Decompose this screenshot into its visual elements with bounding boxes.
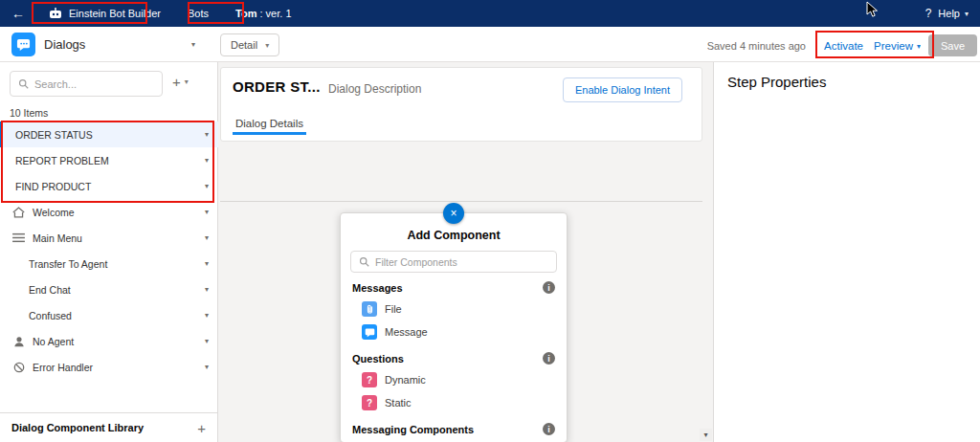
help-label[interactable]: Help bbox=[938, 8, 960, 19]
add-dialog-button[interactable]: + ▾ bbox=[172, 75, 189, 89]
enable-dialog-intent-button[interactable]: Enable Dialog Intent bbox=[563, 77, 682, 102]
sidebar-item-find-product[interactable]: FIND PRODUCT ▾ bbox=[0, 173, 218, 199]
component-section-messages: Messages i bbox=[341, 273, 567, 298]
nav-bot-name[interactable]: Tom : ver. 1 bbox=[235, 8, 291, 19]
bot-icon bbox=[48, 7, 63, 20]
search-input[interactable] bbox=[34, 78, 142, 90]
component-item-static[interactable]: ? Static bbox=[341, 391, 567, 414]
info-icon[interactable]: i bbox=[543, 423, 555, 435]
chevron-down-icon: ▾ bbox=[185, 77, 189, 86]
sidebar-item-no-agent[interactable]: No Agent ▾ bbox=[0, 328, 218, 354]
chevron-down-icon[interactable]: ▾ bbox=[965, 10, 969, 18]
ban-icon bbox=[11, 362, 26, 373]
search-icon bbox=[359, 254, 369, 271]
sidebar-item-label: No Agent bbox=[33, 336, 74, 347]
chevron-down-icon[interactable]: ▾ bbox=[205, 156, 209, 165]
component-item-dynamic[interactable]: ? Dynamic bbox=[341, 368, 567, 391]
dialog-canvas: ORDER ST... Dialog Description Enable Di… bbox=[218, 62, 713, 442]
home-icon bbox=[11, 207, 26, 218]
question-icon: ? bbox=[362, 372, 377, 387]
detail-view-select[interactable]: Detail ▾ bbox=[220, 33, 279, 56]
sidebar-item-label: Confused bbox=[29, 310, 72, 321]
activate-button[interactable]: Activate bbox=[824, 40, 863, 52]
filter-components-input[interactable] bbox=[375, 256, 548, 268]
top-nav: ← Einstein Bot Builder Bots Tom : ver. 1… bbox=[0, 0, 980, 27]
help-icon[interactable]: ? bbox=[925, 7, 932, 20]
chevron-down-icon[interactable]: ▾ bbox=[205, 285, 209, 294]
tab-dialog-details[interactable]: Dialog Details bbox=[233, 114, 306, 135]
component-item-label: Dynamic bbox=[385, 374, 426, 386]
toolbar: Dialogs ▾ Detail ▾ Saved 4 minutes ago A… bbox=[0, 27, 980, 62]
entity-selector-label[interactable]: Dialogs bbox=[44, 37, 85, 52]
dialogs-chat-icon bbox=[11, 33, 35, 56]
dialog-header-card: ORDER ST... Dialog Description Enable Di… bbox=[220, 67, 702, 142]
app-title[interactable]: Einstein Bot Builder bbox=[69, 8, 161, 19]
sidebar-item-end-chat[interactable]: End Chat ▾ bbox=[0, 276, 218, 302]
section-label: Messaging Components bbox=[352, 424, 474, 435]
chevron-down-icon[interactable]: ▾ bbox=[205, 130, 209, 139]
sidebar-item-confused[interactable]: Confused ▾ bbox=[0, 302, 218, 328]
items-count: 10 Items bbox=[10, 107, 48, 119]
bot-name: Tom bbox=[235, 8, 256, 19]
component-item-file[interactable]: File bbox=[341, 298, 567, 320]
sidebar-item-welcome[interactable]: Welcome ▾ bbox=[0, 199, 218, 225]
add-component-library-button[interactable]: + bbox=[197, 420, 206, 436]
sidebar-item-label: Transfer To Agent bbox=[29, 258, 107, 270]
component-item-message[interactable]: Message bbox=[341, 320, 567, 343]
saved-status: Saved 4 minutes ago bbox=[707, 40, 806, 52]
component-section-questions: Questions i bbox=[341, 343, 567, 368]
detail-label: Detail bbox=[231, 39, 257, 51]
chevron-down-icon: ▾ bbox=[917, 42, 921, 51]
plus-icon: + bbox=[172, 75, 181, 89]
sidebar-item-report-problem[interactable]: REPORT PROBLEM ▾ bbox=[0, 147, 218, 173]
bot-version: : ver. 1 bbox=[256, 8, 291, 19]
chevron-down-icon[interactable]: ▾ bbox=[205, 208, 209, 216]
question-icon: ? bbox=[362, 395, 377, 410]
chevron-down-icon[interactable]: ▾ bbox=[205, 311, 209, 320]
sidebar-item-transfer-to-agent[interactable]: Transfer To Agent ▾ bbox=[0, 251, 218, 276]
chevron-down-icon[interactable]: ▾ bbox=[205, 182, 209, 190]
person-icon bbox=[11, 336, 26, 347]
chevron-down-icon[interactable]: ▾ bbox=[205, 233, 209, 242]
chevron-down-icon[interactable]: ▾ bbox=[205, 259, 209, 268]
preview-button[interactable]: Preview ▾ bbox=[874, 40, 921, 52]
sidebar-item-order-status[interactable]: ORDER STATUS ▾ bbox=[0, 122, 218, 147]
step-properties-panel: Step Properties bbox=[713, 62, 980, 442]
sidebar-item-label: Main Menu bbox=[33, 232, 82, 244]
dialog-description[interactable]: Dialog Description bbox=[328, 82, 421, 96]
chevron-down-icon[interactable]: ▾ bbox=[205, 363, 209, 371]
component-library-label: Dialog Component Library bbox=[11, 422, 144, 433]
sidebar-item-error-handler[interactable]: Error Handler ▾ bbox=[0, 354, 218, 380]
dialog-component-library: Dialog Component Library + bbox=[0, 412, 217, 442]
search-box bbox=[10, 71, 163, 97]
add-component-title: Add Component bbox=[341, 229, 567, 242]
chevron-down-icon[interactable]: ▾ bbox=[191, 40, 195, 49]
back-arrow-icon[interactable]: ← bbox=[11, 6, 25, 21]
section-label: Questions bbox=[352, 353, 404, 365]
sidebar-item-label: ORDER STATUS bbox=[15, 129, 93, 141]
save-button[interactable]: Save bbox=[928, 34, 977, 56]
sidebar-item-label: REPORT PROBLEM bbox=[15, 155, 109, 166]
add-component-popup: × Add Component Messages i File Message … bbox=[340, 212, 568, 442]
component-section-messaging-components: Messaging Components i bbox=[341, 414, 567, 439]
step-properties-title: Step Properties bbox=[727, 74, 826, 90]
chat-icon bbox=[362, 324, 377, 340]
sidebar-item-label: Welcome bbox=[33, 207, 75, 218]
nav-bots[interactable]: Bots bbox=[188, 8, 209, 19]
sidebar-item-label: Error Handler bbox=[33, 362, 93, 373]
menu-icon bbox=[11, 232, 26, 243]
dialog-title: ORDER ST... bbox=[233, 78, 321, 95]
section-label: Messages bbox=[352, 282, 403, 294]
chevron-down-icon: ▾ bbox=[265, 41, 269, 50]
info-icon[interactable]: i bbox=[543, 281, 555, 294]
paperclip-icon bbox=[362, 301, 377, 317]
info-icon[interactable]: i bbox=[543, 352, 555, 365]
filter-box bbox=[350, 251, 557, 273]
component-item-label: File bbox=[385, 303, 402, 315]
sidebar-item-label: FIND PRODUCT bbox=[15, 181, 91, 192]
dialog-list: ORDER STATUS ▾ REPORT PROBLEM ▾ FIND PRO… bbox=[0, 122, 218, 380]
chevron-down-icon[interactable]: ▾ bbox=[205, 337, 209, 345]
scrollbar-down-arrow[interactable]: ▾ bbox=[700, 429, 712, 441]
close-icon[interactable]: × bbox=[443, 203, 464, 224]
sidebar-item-main-menu[interactable]: Main Menu ▾ bbox=[0, 225, 218, 251]
